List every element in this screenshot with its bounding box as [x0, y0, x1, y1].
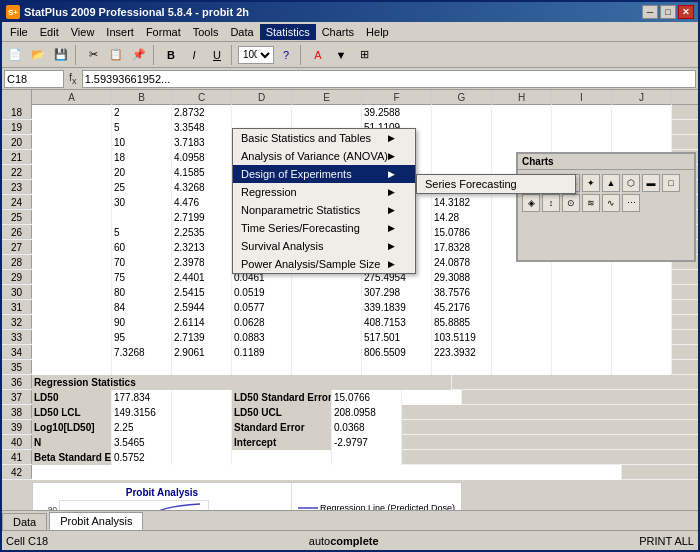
menu-data[interactable]: Data	[224, 24, 259, 40]
cell-a32[interactable]	[32, 315, 112, 330]
cell-b28[interactable]: 70	[112, 255, 172, 270]
cell-g35[interactable]	[432, 360, 492, 375]
cell-a18[interactable]	[32, 105, 112, 120]
cell-c25[interactable]: 2.7199	[172, 210, 232, 225]
cell-j30[interactable]	[612, 285, 672, 300]
menu-anova[interactable]: Analysis of Variance (ANOVA) ▶	[233, 147, 415, 165]
cell-b31[interactable]: 84	[112, 300, 172, 315]
menu-regression[interactable]: Regression ▶	[233, 183, 415, 201]
cell-b20[interactable]: 10	[112, 135, 172, 150]
cell-i32[interactable]	[552, 315, 612, 330]
chart-btn-custom2[interactable]: ⋯	[622, 194, 640, 212]
stat-val-beta[interactable]: 0.5752	[112, 450, 172, 465]
italic-button[interactable]: I	[183, 44, 205, 66]
cell-c29[interactable]: 2.4401	[172, 270, 232, 285]
cell-g27[interactable]: 17.8328	[432, 240, 492, 255]
cell-h29[interactable]	[492, 270, 552, 285]
chart-btn-bar[interactable]: 📊	[522, 174, 540, 192]
cell-b21[interactable]: 18	[112, 150, 172, 165]
cell-42[interactable]	[32, 465, 622, 480]
cell-h30[interactable]	[492, 285, 552, 300]
chart-btn-line[interactable]: 📈	[542, 174, 560, 192]
cell-d32[interactable]: 0.0628	[232, 315, 292, 330]
menu-charts[interactable]: Charts	[316, 24, 360, 40]
cell-g26[interactable]: 15.0786	[432, 225, 492, 240]
menu-view[interactable]: View	[65, 24, 101, 40]
cell-e34[interactable]	[292, 345, 362, 360]
cell-e32[interactable]	[292, 315, 362, 330]
cell-j18[interactable]	[612, 105, 672, 120]
cell-b32[interactable]: 90	[112, 315, 172, 330]
cell-b24[interactable]: 30	[112, 195, 172, 210]
cell-a33[interactable]	[32, 330, 112, 345]
cell-g34[interactable]: 223.3932	[432, 345, 492, 360]
close-button[interactable]: ✕	[678, 5, 694, 19]
underline-button[interactable]: U	[206, 44, 228, 66]
cell-i34[interactable]	[552, 345, 612, 360]
zoom-select[interactable]: 100%	[238, 46, 274, 64]
stat-val-log10[interactable]: 2.25	[112, 420, 172, 435]
cell-d18[interactable]	[232, 105, 292, 120]
cell-h35[interactable]	[492, 360, 552, 375]
cell-i30[interactable]	[552, 285, 612, 300]
cell-b26[interactable]: 5	[112, 225, 172, 240]
menu-edit[interactable]: Edit	[34, 24, 65, 40]
cell-h20[interactable]	[492, 135, 552, 150]
bold-button[interactable]: B	[160, 44, 182, 66]
cell-b27[interactable]: 60	[112, 240, 172, 255]
cell-g33[interactable]: 103.5119	[432, 330, 492, 345]
cell-b30[interactable]: 80	[112, 285, 172, 300]
cut-button[interactable]: ✂	[82, 44, 104, 66]
chart-btn-radar[interactable]: ◈	[522, 194, 540, 212]
cell-b25[interactable]	[112, 210, 172, 225]
cell-c30[interactable]: 2.5415	[172, 285, 232, 300]
stat-val-se[interactable]: 0.0368	[332, 420, 402, 435]
cell-g18[interactable]	[432, 105, 492, 120]
cell-c26[interactable]: 2.2535	[172, 225, 232, 240]
chart-btn-bubble[interactable]: ⊙	[562, 194, 580, 212]
cell-g20[interactable]	[432, 135, 492, 150]
stat-empty3[interactable]	[172, 420, 232, 435]
cell-d34[interactable]: 0.1189	[232, 345, 292, 360]
menu-help[interactable]: Help	[360, 24, 395, 40]
cell-i29[interactable]	[552, 270, 612, 285]
chart-btn-pie[interactable]: 🥧	[562, 174, 580, 192]
cell-i35[interactable]	[552, 360, 612, 375]
cell-i31[interactable]	[552, 300, 612, 315]
cell-c24[interactable]: 4.476	[172, 195, 232, 210]
stat-empty7[interactable]	[332, 450, 402, 465]
stat-empty1[interactable]	[172, 390, 232, 405]
cell-b35[interactable]	[112, 360, 172, 375]
cell-g25[interactable]: 14.28	[432, 210, 492, 225]
cell-g23[interactable]: 14.4452	[432, 180, 492, 195]
chart-btn-hist[interactable]: ▬	[642, 174, 660, 192]
cell-d33[interactable]: 0.0883	[232, 330, 292, 345]
chart-btn-area[interactable]: ▲	[602, 174, 620, 192]
cell-c32[interactable]: 2.6114	[172, 315, 232, 330]
cell-a35[interactable]	[32, 360, 112, 375]
cell-j19[interactable]	[612, 120, 672, 135]
menu-format[interactable]: Format	[140, 24, 187, 40]
paste-button[interactable]: 📌	[128, 44, 150, 66]
cell-reference[interactable]	[4, 70, 64, 88]
cell-i19[interactable]	[552, 120, 612, 135]
stat-empty5[interactable]	[172, 450, 232, 465]
cell-f30[interactable]: 307.298	[362, 285, 432, 300]
cell-j34[interactable]	[612, 345, 672, 360]
cell-g21[interactable]	[432, 150, 492, 165]
cell-c33[interactable]: 2.7139	[172, 330, 232, 345]
tab-data[interactable]: Data	[2, 513, 47, 530]
cell-a25[interactable]	[32, 210, 112, 225]
cell-e35[interactable]	[292, 360, 362, 375]
cell-h34[interactable]	[492, 345, 552, 360]
cell-g31[interactable]: 45.2176	[432, 300, 492, 315]
cell-h33[interactable]	[492, 330, 552, 345]
status-print-all[interactable]: PRINT ALL	[639, 535, 694, 547]
cell-e18[interactable]	[292, 105, 362, 120]
minimize-button[interactable]: ─	[642, 5, 658, 19]
cell-h31[interactable]	[492, 300, 552, 315]
cell-f18[interactable]: 39.2588	[362, 105, 432, 120]
stat-empty2[interactable]	[172, 405, 232, 420]
formula-input[interactable]	[82, 70, 696, 88]
menu-statistics[interactable]: Statistics	[260, 24, 316, 40]
